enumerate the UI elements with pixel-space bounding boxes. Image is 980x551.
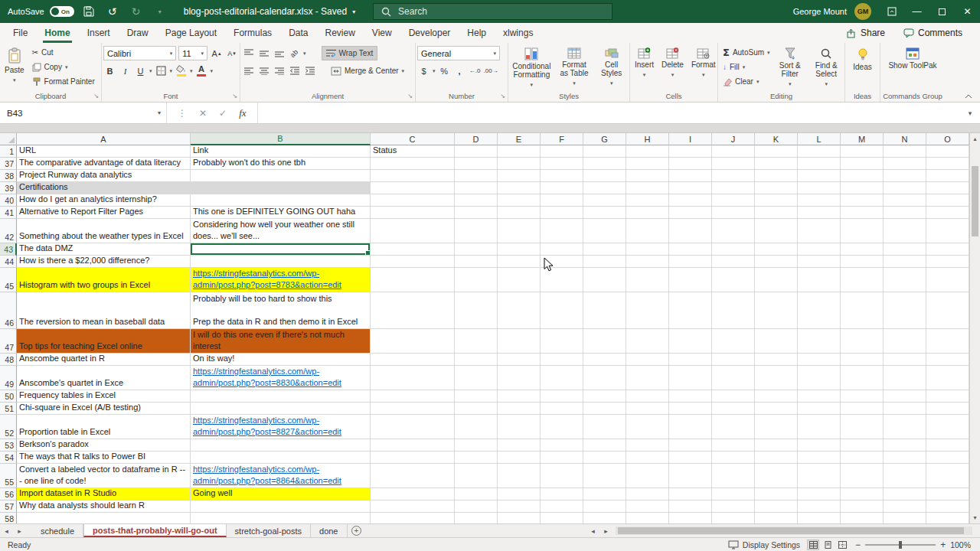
cell-O41[interactable] — [926, 207, 969, 219]
insert-function-icon[interactable]: fx — [239, 107, 246, 119]
title-chevron-icon[interactable]: ▾ — [352, 8, 355, 15]
decrease-decimal-button[interactable]: .00→ — [484, 64, 498, 78]
cell-O48[interactable] — [926, 354, 969, 366]
cell-I51[interactable] — [669, 403, 712, 415]
format-painter-button[interactable]: Format Painter — [29, 74, 98, 89]
cell-F40[interactable] — [541, 194, 583, 207]
cell-I42[interactable] — [669, 219, 712, 243]
cell-B45[interactable]: https://stringfestanalytics.com/wp-admin… — [191, 268, 371, 292]
cell-G40[interactable] — [583, 194, 626, 207]
row-header-52[interactable]: 52 — [0, 415, 17, 439]
cell-M50[interactable] — [841, 390, 884, 403]
cell-H54[interactable] — [626, 452, 669, 464]
cell-E51[interactable] — [498, 403, 541, 415]
cell-N45[interactable] — [884, 268, 926, 292]
cell-E52[interactable] — [498, 415, 541, 439]
cell-B51[interactable] — [191, 403, 371, 415]
ribbon-tab-file[interactable]: File — [5, 23, 36, 43]
cell-E54[interactable] — [498, 452, 541, 464]
cell-K50[interactable] — [755, 390, 798, 403]
cell-E1[interactable] — [498, 145, 541, 158]
cell-B38[interactable] — [191, 170, 371, 182]
cell-C1[interactable]: Status — [371, 145, 455, 158]
cell-F43[interactable] — [541, 243, 583, 256]
font-dialog-launcher-icon[interactable]: ↘ — [232, 93, 237, 99]
cell-L52[interactable] — [798, 415, 841, 439]
cell-H42[interactable] — [626, 219, 669, 243]
cell-O45[interactable] — [926, 268, 969, 292]
column-header-D[interactable]: D — [455, 133, 498, 145]
clear-button[interactable]: Clear▾ — [720, 74, 770, 89]
cell-H58[interactable] — [626, 513, 669, 523]
ribbon-tab-page-layout[interactable]: Page Layout — [157, 23, 225, 43]
cell-H40[interactable] — [626, 194, 669, 207]
cell-B1[interactable]: Link — [191, 145, 371, 158]
cell-E43[interactable] — [498, 243, 541, 256]
ribbon-display-options-icon[interactable] — [879, 0, 904, 23]
row-header-50[interactable]: 50 — [0, 390, 17, 403]
cell-G47[interactable] — [583, 329, 626, 354]
cell-N37[interactable] — [884, 158, 926, 170]
cell-H53[interactable] — [626, 439, 669, 452]
cell-G57[interactable] — [583, 500, 626, 513]
cell-H48[interactable] — [626, 354, 669, 366]
cell-I53[interactable] — [669, 439, 712, 452]
cell-L1[interactable] — [798, 145, 841, 158]
cell-A51[interactable]: Chi-square in Excel (A/B testing) — [17, 403, 191, 415]
cell-M57[interactable] — [841, 500, 884, 513]
close-button[interactable]: ✕ — [955, 0, 980, 23]
cell-D41[interactable] — [455, 207, 498, 219]
cell-O1[interactable] — [926, 145, 969, 158]
cell-M58[interactable] — [841, 513, 884, 523]
column-header-H[interactable]: H — [626, 133, 669, 145]
cell-F48[interactable] — [541, 354, 583, 366]
cell-K53[interactable] — [755, 439, 798, 452]
autosum-button[interactable]: ΣAutoSum▾ — [720, 45, 770, 60]
cell-M55[interactable] — [841, 464, 884, 488]
column-header-C[interactable]: C — [371, 133, 455, 145]
cell-L54[interactable] — [798, 452, 841, 464]
cell-G37[interactable] — [583, 158, 626, 170]
conditional-formatting-button[interactable]: Conditional Formatting ▾ — [510, 45, 553, 89]
clipboard-dialog-launcher-icon[interactable]: ↘ — [93, 93, 99, 99]
cell-C45[interactable] — [371, 268, 455, 292]
ribbon-tab-help[interactable]: Help — [459, 23, 495, 43]
cell-I1[interactable] — [669, 145, 712, 158]
row-header-48[interactable]: 48 — [0, 354, 17, 366]
cell-I43[interactable] — [669, 243, 712, 256]
cell-E56[interactable] — [498, 488, 541, 500]
orientation-chevron-icon[interactable]: ▾ — [303, 51, 306, 57]
sheet-tab-stretch-goal-posts[interactable]: stretch-goal-posts — [227, 524, 311, 537]
cell-D48[interactable] — [455, 354, 498, 366]
cell-C50[interactable] — [371, 390, 455, 403]
cell-H55[interactable] — [626, 464, 669, 488]
cell-A46[interactable]: The reversion to mean in baseball data — [17, 292, 191, 329]
accounting-format-button[interactable]: $ — [417, 64, 430, 78]
cell-C38[interactable] — [371, 170, 455, 182]
cell-G50[interactable] — [583, 390, 626, 403]
undo-icon[interactable]: ↺ — [103, 2, 122, 21]
cell-A45[interactable]: Histogram with two groups in Excel — [17, 268, 191, 292]
cell-D55[interactable] — [455, 464, 498, 488]
cell-E55[interactable] — [498, 464, 541, 488]
cell-K58[interactable] — [755, 513, 798, 523]
cell-B56[interactable]: Going well — [191, 488, 371, 500]
cell-G54[interactable] — [583, 452, 626, 464]
copy-button[interactable]: Copy▾ — [29, 60, 98, 74]
cell-N39[interactable] — [884, 182, 926, 194]
cell-C55[interactable] — [371, 464, 455, 488]
cell-H52[interactable] — [626, 415, 669, 439]
cell-I41[interactable] — [669, 207, 712, 219]
cell-F53[interactable] — [541, 439, 583, 452]
cell-J42[interactable] — [712, 219, 755, 243]
cell-N1[interactable] — [884, 145, 926, 158]
cell-M49[interactable] — [841, 366, 884, 390]
cell-E48[interactable] — [498, 354, 541, 366]
wrap-text-button[interactable]: Wrap Text — [322, 46, 378, 60]
vertical-scroll-thumb[interactable] — [972, 166, 978, 236]
cell-M1[interactable] — [841, 145, 884, 158]
column-header-E[interactable]: E — [498, 133, 541, 145]
fill-color-chevron-icon[interactable]: ▾ — [190, 68, 193, 74]
formula-input[interactable] — [258, 103, 960, 123]
normal-view-button[interactable] — [807, 540, 819, 550]
